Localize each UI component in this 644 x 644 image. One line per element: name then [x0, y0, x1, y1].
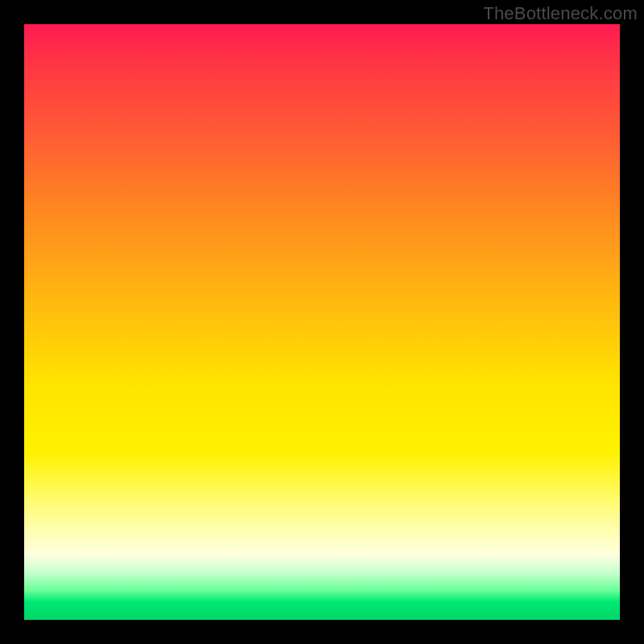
plot-area: [24, 24, 620, 620]
watermark-text: TheBottleneck.com: [483, 3, 638, 24]
outer-frame: TheBottleneck.com: [0, 0, 644, 644]
gradient-background: [24, 24, 620, 620]
